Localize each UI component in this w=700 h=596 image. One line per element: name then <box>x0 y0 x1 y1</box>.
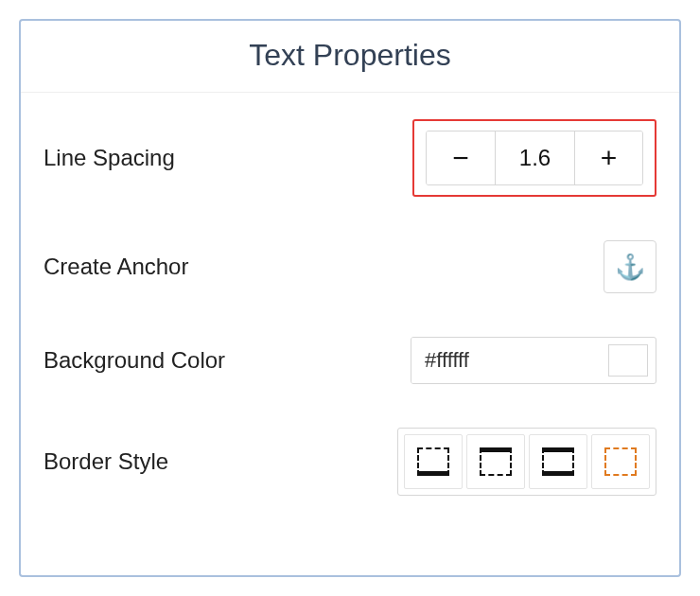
border-top-solid-icon <box>480 447 512 476</box>
line-spacing-decrement-button[interactable]: − <box>427 131 495 184</box>
border-style-option-bottom-solid[interactable] <box>404 434 463 489</box>
border-style-option-top-bottom-solid[interactable] <box>529 434 587 489</box>
row-border-style: Border Style <box>44 428 656 496</box>
background-color-swatch[interactable] <box>608 344 648 377</box>
background-color-label: Background Color <box>44 347 225 374</box>
row-background-color: Background Color <box>44 337 656 384</box>
line-spacing-label: Line Spacing <box>44 145 175 171</box>
plus-icon: + <box>601 142 618 174</box>
border-style-group <box>397 428 656 496</box>
anchor-icon: ⚓ <box>615 253 645 282</box>
panel-body: Line Spacing − 1.6 + Create Anchor ⚓ <box>21 93 679 515</box>
border-style-option-top-solid[interactable] <box>466 434 525 489</box>
border-dashed-orange-icon <box>604 447 637 476</box>
row-line-spacing: Line Spacing − 1.6 + <box>44 119 656 197</box>
border-top-bottom-solid-icon <box>542 447 574 476</box>
border-style-option-dashed-orange[interactable] <box>591 434 650 489</box>
line-spacing-stepper: − 1.6 + <box>426 131 643 185</box>
minus-icon: − <box>452 142 469 174</box>
create-anchor-label: Create Anchor <box>44 254 188 280</box>
line-spacing-value: 1.6 <box>495 131 574 184</box>
line-spacing-increment-button[interactable]: + <box>574 131 642 184</box>
panel-title: Text Properties <box>249 38 450 72</box>
row-create-anchor: Create Anchor ⚓ <box>44 240 656 293</box>
panel-header: Text Properties <box>21 21 679 93</box>
text-properties-panel: Text Properties Line Spacing − 1.6 + Cre… <box>19 19 681 577</box>
border-style-label: Border Style <box>44 448 168 475</box>
background-color-input[interactable] <box>411 338 601 383</box>
create-anchor-button[interactable]: ⚓ <box>604 240 656 293</box>
background-color-group <box>411 337 656 384</box>
line-spacing-highlight: − 1.6 + <box>412 119 656 197</box>
border-bottom-solid-icon <box>417 447 449 476</box>
